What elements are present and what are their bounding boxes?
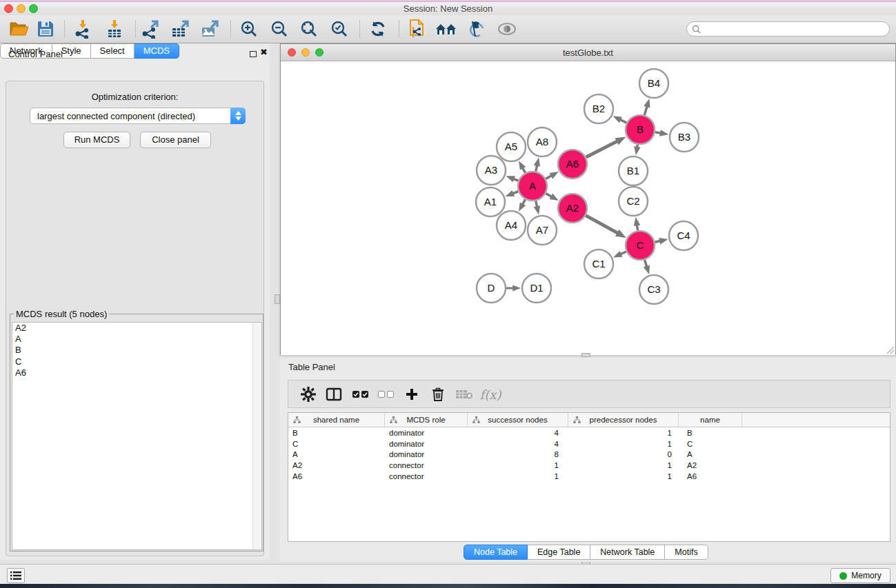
table-cell-shared_name: A6 — [288, 472, 385, 480]
eye-icon — [497, 21, 517, 37]
table-cell-mcds_role: dominator — [385, 440, 468, 448]
graph-arrowhead — [634, 146, 640, 155]
criterion-dropdown[interactable]: largest connected component (directed) — [30, 108, 246, 124]
add-column-button[interactable] — [400, 384, 424, 405]
graph-arrowhead — [550, 194, 559, 201]
splitter-handle-vertical[interactable] — [275, 294, 280, 304]
import-network-icon — [73, 19, 92, 39]
run-mcds-button[interactable]: Run MCDS — [63, 132, 130, 148]
graph-edge-A2-C — [586, 216, 618, 234]
zoom-out-button[interactable] — [267, 18, 292, 40]
table-cell-successor_nodes: 1 — [468, 461, 568, 469]
window-zoom-button[interactable] — [29, 4, 38, 13]
delete-table-button[interactable] — [452, 384, 476, 405]
table-body: Bdominator41BCdominator41CAdominator80AA… — [288, 427, 890, 481]
tab-network-table[interactable]: Network Table — [590, 545, 665, 560]
document-network-icon — [408, 19, 426, 39]
column-header-shared-name[interactable]: shared name — [288, 413, 385, 427]
zoom-fit-button[interactable] — [297, 18, 321, 40]
search-input[interactable] — [704, 24, 876, 34]
tab-select[interactable]: Select — [91, 43, 135, 59]
table-toolbar: f(x) — [288, 380, 890, 408]
splitter-handle-horizontal[interactable] — [581, 353, 590, 357]
export-image-button[interactable] — [197, 18, 222, 40]
table-settings-button[interactable] — [297, 384, 320, 405]
search-field[interactable] — [686, 21, 890, 37]
column-header-predecessor-nodes[interactable]: predecessor nodes — [568, 413, 679, 427]
table-row[interactable]: Cdominator41C — [288, 438, 890, 449]
network-close-button[interactable] — [288, 48, 296, 57]
table-row[interactable]: Bdominator41B — [288, 427, 890, 438]
tab-motifs[interactable]: Motifs — [665, 545, 708, 560]
graph-node-label: C4 — [677, 230, 690, 241]
table-cell-name: A — [679, 450, 742, 458]
memory-button[interactable]: Memory — [830, 568, 890, 583]
table-cell-mcds_role: connector — [385, 461, 468, 469]
graph-node-label: A4 — [505, 219, 517, 231]
network-canvas[interactable]: B4B2BB3A8A5A6A3B1AC2A1A2A4A7C4CC1C3DD1 — [281, 62, 895, 355]
table-row[interactable]: Adominator80A — [288, 449, 890, 460]
mcds-result-list[interactable]: A2ABCA6 — [12, 322, 262, 550]
table-row[interactable]: A6connector11A6 — [288, 471, 890, 482]
main-toolbar — [0, 15, 896, 43]
graph-arrowhead — [550, 172, 559, 179]
tab-mcds[interactable]: MCDS — [135, 43, 179, 59]
resize-grip-icon[interactable] — [885, 345, 895, 354]
tab-node-table[interactable]: Node Table — [464, 545, 528, 560]
zoom-in-button[interactable] — [237, 18, 261, 40]
graph-node-label: B — [637, 123, 644, 135]
table-cell-name: A2 — [679, 461, 742, 469]
graph-arrowhead — [613, 251, 622, 258]
refresh-view-button[interactable] — [366, 18, 390, 40]
deselect-all-button[interactable] — [374, 384, 397, 405]
delete-column-button[interactable] — [426, 384, 450, 405]
gear-icon — [300, 386, 317, 403]
column-header-name[interactable]: name — [679, 413, 742, 427]
result-list-item[interactable]: A — [12, 334, 261, 345]
network-minimize-button[interactable] — [301, 48, 310, 57]
result-scrollbar[interactable] — [252, 323, 261, 549]
window-close-button[interactable] — [4, 4, 13, 13]
column-header-mcds-role[interactable]: MCDS role — [385, 413, 468, 427]
show-column-button[interactable] — [322, 384, 346, 405]
graph-arrowhead — [519, 161, 526, 170]
close-panel-icon[interactable]: ✖ — [260, 47, 268, 57]
graphics-details-button[interactable] — [464, 18, 488, 40]
graph-arrowhead — [659, 238, 668, 244]
result-list-item[interactable]: A6 — [12, 367, 261, 378]
network-window-title: testGlobe.txt — [281, 44, 895, 61]
show-hide-button[interactable] — [495, 18, 519, 40]
export-network-button[interactable] — [138, 18, 163, 40]
column-header-successor-nodes[interactable]: successor nodes — [468, 413, 568, 427]
float-panel-icon[interactable] — [250, 51, 257, 57]
import-table-button[interactable] — [102, 18, 127, 40]
result-list-item[interactable]: C — [12, 356, 261, 367]
close-panel-button[interactable]: Close panel — [140, 132, 211, 148]
control-panel: Control Panel ✖ Network Style Select MCD… — [0, 43, 270, 560]
network-from-file-button[interactable] — [405, 18, 430, 40]
home-button[interactable] — [434, 18, 459, 40]
export-table-button[interactable] — [168, 18, 192, 40]
plus-icon — [405, 387, 419, 401]
graph-arrowhead — [512, 285, 521, 292]
table-row[interactable]: A2connector11A2 — [288, 460, 890, 471]
result-list-item[interactable]: B — [12, 345, 261, 356]
network-zoom-button[interactable] — [315, 48, 323, 57]
import-network-button[interactable] — [70, 18, 95, 40]
zoom-fit-icon — [299, 19, 319, 39]
result-list-item[interactable]: A2 — [12, 323, 261, 334]
dropdown-stepper-icon — [230, 108, 246, 124]
tab-edge-table[interactable]: Edge Table — [528, 545, 590, 560]
save-session-button[interactable] — [33, 18, 58, 40]
function-builder-button[interactable]: f(x) — [479, 384, 502, 405]
table-cell-name: C — [679, 440, 742, 448]
graph-node-label: C — [637, 239, 644, 251]
delete-table-icon — [455, 388, 473, 401]
window-minimize-button[interactable] — [17, 4, 26, 13]
zoom-out-icon — [270, 19, 289, 39]
zoom-selected-button[interactable] — [327, 18, 352, 40]
zoom-selected-icon — [330, 19, 349, 39]
select-all-button[interactable] — [348, 384, 372, 405]
open-session-button[interactable] — [7, 18, 32, 40]
task-history-button[interactable] — [7, 568, 25, 583]
